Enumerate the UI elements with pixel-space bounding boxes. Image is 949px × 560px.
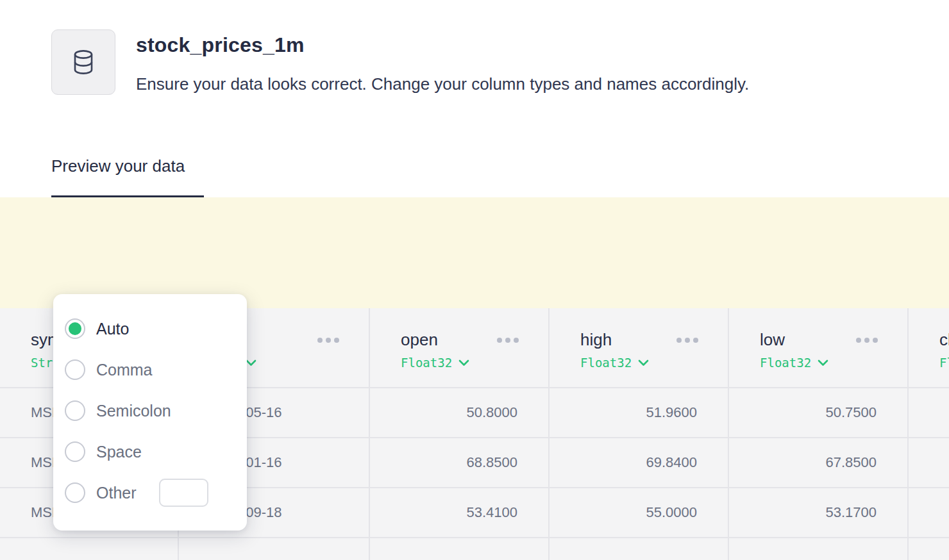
delimiter-option-space[interactable]: Space <box>53 431 247 472</box>
radio-semicolon-icon[interactable] <box>65 400 85 421</box>
cell-high-row3: 55.0000 <box>550 488 729 537</box>
column-header-close: closeFloat32 <box>909 308 949 387</box>
column-menu-icon[interactable] <box>856 338 878 343</box>
radio-auto-icon[interactable] <box>65 318 85 339</box>
page-title: stock_prices_1m <box>136 33 305 57</box>
chevron-down-icon <box>458 359 469 366</box>
cell-close-row2 <box>909 438 949 487</box>
cell-low-row3: 53.1700 <box>729 488 909 537</box>
column-header-high: highFloat32 <box>550 308 729 387</box>
column-delimiter-dropdown: AutoCommaSemicolonSpaceOther <box>53 294 247 531</box>
delimiter-option-label: Space <box>96 443 142 461</box>
radio-comma-icon[interactable] <box>65 359 85 380</box>
cell-low-row4 <box>729 538 909 560</box>
schema-warning-banner: Check your column names and types. Schem… <box>0 197 949 308</box>
cell-symbol-row4 <box>0 538 179 560</box>
chevron-down-icon <box>638 359 649 366</box>
cell-high-row2: 69.8400 <box>550 438 729 487</box>
column-menu-icon[interactable] <box>317 338 339 343</box>
delimiter-option-label: Other <box>96 484 137 502</box>
cell-open-row2: 68.8500 <box>370 438 550 487</box>
tab-preview-your-data[interactable]: Preview your data <box>51 156 185 176</box>
column-menu-icon[interactable] <box>497 338 519 343</box>
cell-date-row4 <box>179 538 370 560</box>
column-type-selector[interactable]: Float32 <box>760 356 878 370</box>
column-type-selector[interactable]: Float32 <box>580 356 698 370</box>
delimiter-option-label: Auto <box>96 320 129 338</box>
cell-close-row4 <box>909 538 949 560</box>
database-icon <box>72 49 94 75</box>
column-type-selector[interactable]: Float32 <box>401 356 519 370</box>
column-type-label: Float32 <box>401 356 452 370</box>
column-type-label: Float32 <box>580 356 632 370</box>
delimiter-option-other[interactable]: Other <box>53 472 247 513</box>
delimiter-option-comma[interactable]: Comma <box>53 349 247 390</box>
radio-space-icon[interactable] <box>65 441 85 462</box>
cell-close-row1 <box>909 388 949 437</box>
delimiter-option-label: Semicolon <box>96 402 171 420</box>
column-name[interactable]: high <box>580 330 612 350</box>
column-type-label: Float32 <box>760 356 811 370</box>
column-header-low: lowFloat32 <box>729 308 909 387</box>
cell-high-row1: 51.9600 <box>550 388 729 437</box>
cell-low-row1: 50.7500 <box>729 388 909 437</box>
datasource-import-page: stock_prices_1m Ensure your data looks c… <box>0 0 949 560</box>
column-type-selector[interactable]: Float32 <box>939 356 949 370</box>
datasource-icon-box <box>51 29 115 95</box>
cell-open-row3: 53.4100 <box>370 488 550 537</box>
column-name[interactable]: close <box>939 330 949 350</box>
chevron-down-icon <box>246 359 256 366</box>
chevron-down-icon <box>818 359 828 366</box>
column-type-label: Float32 <box>939 356 949 370</box>
column-menu-icon[interactable] <box>676 338 698 343</box>
column-name[interactable]: open <box>401 330 438 350</box>
cell-open-row1: 50.8000 <box>370 388 550 437</box>
column-header-open: openFloat32 <box>370 308 550 387</box>
delimiter-option-label: Comma <box>96 361 153 379</box>
column-name[interactable]: low <box>760 330 785 350</box>
cell-open-row4 <box>370 538 550 560</box>
delimiter-option-auto[interactable]: Auto <box>53 308 247 349</box>
table-row <box>0 538 949 560</box>
cell-close-row3 <box>909 488 949 537</box>
radio-other-icon[interactable] <box>65 482 85 503</box>
delimiter-option-semicolon[interactable]: Semicolon <box>53 390 247 431</box>
other-delimiter-input[interactable] <box>159 479 208 507</box>
cell-high-row4 <box>550 538 729 560</box>
page-subtitle: Ensure your data looks correct. Change y… <box>136 74 749 94</box>
cell-low-row2: 67.8500 <box>729 438 909 487</box>
